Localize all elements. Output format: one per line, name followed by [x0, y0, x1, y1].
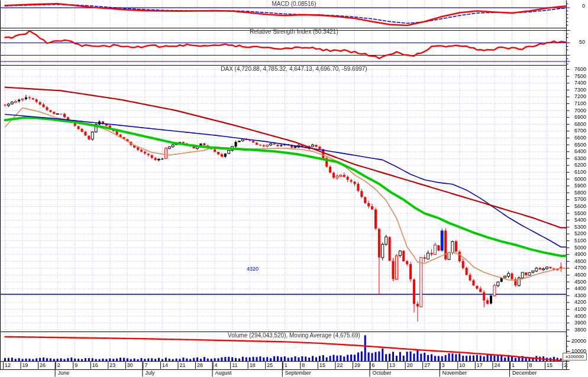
- month-label: September: [285, 370, 311, 376]
- date-axis: 1219262916233071421284111825181522296132…: [0, 362, 568, 377]
- month-label: December: [512, 370, 537, 376]
- date-tick-label: 23: [109, 362, 115, 368]
- date-tick-label: 19: [22, 362, 28, 368]
- date-tick-label: 3: [442, 362, 445, 368]
- date-tick-label: 15: [319, 362, 325, 368]
- date-tick-label: 28: [197, 362, 203, 368]
- date-tick-label: 20: [407, 362, 413, 368]
- date-tick-label: 25: [267, 362, 273, 368]
- date-tick-label: 15: [547, 362, 553, 368]
- date-tick-label: 22: [337, 362, 343, 368]
- date-tick-label: 13: [389, 362, 395, 368]
- chart-window: MACD (0.08516) Relative Strength Index (…: [0, 0, 588, 377]
- volume-multiplier-note: x100000: [563, 353, 587, 360]
- date-tick-label: 17: [477, 362, 483, 368]
- date-tick-label: 9: [75, 362, 77, 368]
- rsi-fifty-axis-label: 50: [567, 39, 585, 45]
- date-tick-label: 21: [180, 362, 186, 368]
- date-tick-label: 12: [5, 362, 11, 368]
- month-label: June: [58, 370, 70, 376]
- month-label: November: [442, 370, 467, 376]
- date-tick-label: 18: [250, 362, 256, 368]
- date-tick-label: 7: [144, 362, 147, 368]
- date-tick-label: 16: [92, 362, 98, 368]
- month-label: October: [373, 370, 392, 376]
- date-tick-label: 4: [215, 362, 218, 368]
- date-tick-label: 14: [162, 362, 168, 368]
- date-tick-label: 22: [564, 362, 568, 368]
- date-tick-label: 30: [127, 362, 133, 368]
- date-tick-label: 29: [354, 362, 360, 368]
- macd-zero-axis-label: 0: [567, 3, 585, 9]
- month-label: July: [145, 370, 154, 376]
- date-tick-label: 11: [232, 362, 237, 368]
- date-tick-label: 1: [512, 362, 515, 368]
- date-tick-label: 8: [529, 362, 532, 368]
- chart-canvas[interactable]: [0, 0, 588, 377]
- date-tick-label: 8: [302, 362, 305, 368]
- date-tick-label: 2: [57, 362, 60, 368]
- date-tick-label: 27: [424, 362, 430, 368]
- date-tick-label: 1: [285, 362, 287, 368]
- month-label: August: [215, 370, 232, 376]
- date-tick-label: 6: [372, 362, 375, 368]
- support-level-annotation: 4320: [247, 266, 259, 272]
- date-tick-label: 26: [40, 362, 46, 368]
- date-tick-label: 24: [494, 362, 500, 368]
- date-tick-label: 10: [459, 362, 465, 368]
